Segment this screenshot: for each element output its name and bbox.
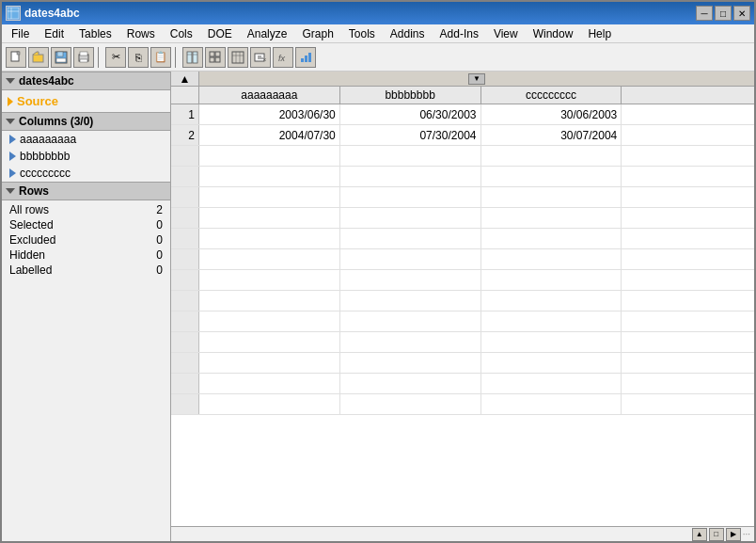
cell-2-1[interactable]: 2004/07/30 bbox=[199, 125, 340, 145]
data-body: 1 2003/06/30 06/30/2003 30/06/2003 2 200… bbox=[171, 104, 754, 526]
svg-rect-31 bbox=[308, 53, 311, 62]
toolbar-chart-btn[interactable] bbox=[295, 47, 316, 68]
toolbar-separator-1 bbox=[98, 47, 102, 68]
toolbar-formula-btn[interactable]: fx bbox=[273, 47, 293, 68]
scroll-indicator: ··· bbox=[743, 529, 750, 539]
title-buttons: ─ □ ✕ bbox=[696, 6, 750, 21]
toolbar-table-btn[interactable] bbox=[228, 47, 248, 68]
cell-empty[interactable] bbox=[340, 146, 481, 166]
maximize-button[interactable]: □ bbox=[715, 6, 732, 21]
menu-item-view[interactable]: View bbox=[486, 25, 526, 42]
menu-item-edit[interactable]: Edit bbox=[37, 25, 71, 42]
main-content: dates4abc Source Columns (3/0) aaaaaaaaa bbox=[2, 72, 754, 541]
tables-section: Source bbox=[2, 90, 170, 112]
toolbar-script-btn[interactable]: x bbox=[250, 47, 271, 68]
rows-section-label: Rows bbox=[19, 184, 49, 198]
cell-2-empty bbox=[622, 125, 754, 145]
toolbar-new-btn[interactable] bbox=[6, 47, 26, 68]
selected-value: 0 bbox=[156, 218, 163, 232]
source-item[interactable]: Source bbox=[2, 92, 170, 110]
source-label: Source bbox=[17, 94, 58, 108]
cell-extra-empty bbox=[622, 146, 754, 166]
toolbar-print-btn[interactable] bbox=[73, 47, 94, 68]
app-icon bbox=[6, 6, 21, 21]
scroll-down-indicator[interactable]: ▼ bbox=[468, 73, 485, 85]
svg-rect-4 bbox=[17, 52, 20, 55]
table-row: 2 2004/07/30 07/30/2004 30/07/2004 bbox=[171, 125, 754, 146]
column-item-1[interactable]: aaaaaaaaa bbox=[2, 131, 170, 148]
svg-rect-16 bbox=[210, 52, 214, 56]
excluded-value: 0 bbox=[156, 233, 163, 247]
cell-empty[interactable] bbox=[199, 146, 340, 166]
table-row-empty bbox=[171, 208, 754, 229]
cell-2-2[interactable]: 07/30/2004 bbox=[340, 125, 481, 145]
cell-1-3[interactable]: 30/06/2003 bbox=[481, 104, 622, 124]
cell-1-2[interactable]: 06/30/2003 bbox=[340, 104, 481, 124]
table-row-empty bbox=[171, 270, 754, 291]
toolbar-paste-btn[interactable]: 📋 bbox=[150, 47, 171, 68]
menu-item-tools[interactable]: Tools bbox=[341, 25, 383, 42]
menu-item-graph[interactable]: Graph bbox=[294, 25, 340, 42]
row-num-1: 1 bbox=[171, 104, 199, 124]
table-row-empty bbox=[171, 187, 754, 208]
minimize-button[interactable]: ─ bbox=[696, 6, 713, 21]
toolbar-cut-btn[interactable]: ✂ bbox=[105, 47, 126, 68]
col-header-1[interactable]: aaaaaaaaa bbox=[199, 87, 340, 104]
columns-collapse-icon bbox=[6, 119, 15, 124]
cell-2-3[interactable]: 30/07/2004 bbox=[481, 125, 622, 145]
columns-section-header[interactable]: Columns (3/0) bbox=[2, 112, 170, 131]
menu-item-window[interactable]: Window bbox=[526, 25, 581, 42]
row-num-header bbox=[171, 87, 199, 104]
toolbar-data-btn[interactable] bbox=[182, 47, 203, 68]
menu-item-rows[interactable]: Rows bbox=[119, 25, 163, 42]
toolbar-copy-btn[interactable]: ⎘ bbox=[128, 47, 149, 68]
column-name-1: aaaaaaaaa bbox=[20, 133, 76, 146]
menu-item-cols[interactable]: Cols bbox=[163, 25, 200, 42]
menu-item-doe[interactable]: DOE bbox=[200, 25, 240, 42]
scroll-right-btn[interactable]: □ bbox=[709, 528, 724, 541]
menu-item-file[interactable]: File bbox=[4, 25, 37, 42]
rows-collapse-icon bbox=[6, 188, 15, 194]
data-area: ▲ ▼ aaaaaaaaa bbbbbbbb ccccccccc 1 bbox=[171, 72, 754, 541]
scroll-end-btn[interactable]: ▶ bbox=[726, 528, 741, 541]
columns-section: Columns (3/0) aaaaaaaaa bbbbbbbb ccccccc… bbox=[2, 112, 170, 182]
column-item-2[interactable]: bbbbbbbb bbox=[2, 148, 170, 165]
toolbar-grid-btn[interactable] bbox=[205, 47, 226, 68]
column-name-3: ccccccccc bbox=[20, 167, 71, 180]
svg-rect-18 bbox=[210, 57, 214, 62]
menu-item-addins[interactable]: Addins bbox=[383, 25, 433, 42]
table-row-empty bbox=[171, 291, 754, 311]
scroll-left-btn[interactable]: ▲ bbox=[692, 528, 707, 541]
source-expand-icon bbox=[8, 97, 13, 106]
window-title: dates4abc bbox=[24, 7, 80, 20]
rows-section-header[interactable]: Rows bbox=[2, 182, 170, 200]
cell-empty[interactable] bbox=[481, 146, 622, 166]
toolbar-open-btn[interactable] bbox=[28, 47, 49, 68]
excluded-label: Excluded bbox=[9, 233, 55, 247]
close-button[interactable]: ✕ bbox=[733, 6, 750, 21]
toolbar: ✂ ⎘ 📋 bbox=[2, 43, 754, 72]
scroll-up-arrow[interactable]: ▲ bbox=[171, 72, 199, 86]
menu-item-analyze[interactable]: Analyze bbox=[240, 25, 295, 42]
svg-rect-30 bbox=[305, 56, 307, 62]
table-row-empty bbox=[171, 167, 754, 187]
menu-item-tables[interactable]: Tables bbox=[71, 25, 119, 42]
menu-bar: FileEditTablesRowsColsDOEAnalyzeGraphToo… bbox=[2, 24, 754, 43]
toolbar-save-btn[interactable] bbox=[51, 47, 71, 68]
svg-rect-29 bbox=[301, 58, 304, 62]
cell-1-1[interactable]: 2003/06/30 bbox=[199, 104, 340, 124]
col-header-2[interactable]: bbbbbbbb bbox=[340, 87, 481, 104]
menu-item-help[interactable]: Help bbox=[580, 25, 619, 42]
column-headers: aaaaaaaaa bbbbbbbb ccccccccc bbox=[171, 87, 754, 104]
tables-section-header[interactable]: dates4abc bbox=[2, 72, 170, 90]
rows-info: All rows 2 Selected 0 Excluded 0 Hidden … bbox=[2, 200, 170, 279]
col-header-3[interactable]: ccccccccc bbox=[481, 87, 622, 104]
table-row-empty bbox=[171, 249, 754, 270]
row-num-2: 2 bbox=[171, 125, 199, 145]
table-row-empty bbox=[171, 374, 754, 394]
column-item-3[interactable]: ccccccccc bbox=[2, 165, 170, 182]
selected-label: Selected bbox=[9, 218, 54, 232]
sidebar: dates4abc Source Columns (3/0) aaaaaaaaa bbox=[2, 72, 171, 541]
rows-section: Rows All rows 2 Selected 0 Excluded 0 bbox=[2, 182, 170, 541]
menu-item-add-ins[interactable]: Add-Ins bbox=[433, 25, 486, 42]
